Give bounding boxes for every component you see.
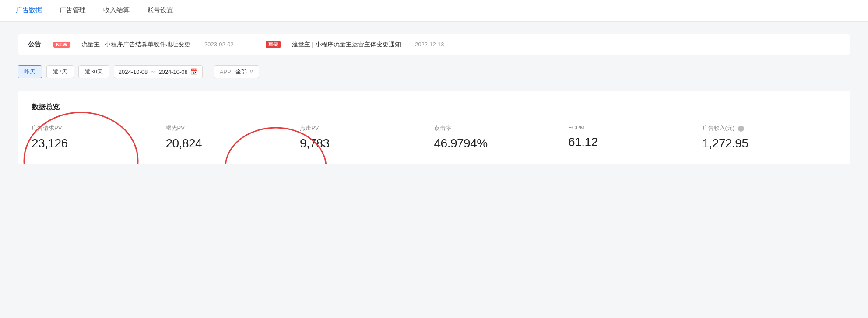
announcement-date-2: 2022-12-13	[415, 41, 444, 48]
date-separator: ～	[150, 68, 156, 76]
stat-value-3: 46.9794%	[434, 136, 562, 150]
stat-value-0: 23,126	[32, 136, 159, 150]
stat-value-1: 20,824	[166, 136, 293, 150]
stat-ad-request-pv: 广告请求PV 23,126	[32, 124, 166, 150]
stats-container: 数据总览 广告请求PV 23,126 曝光PV 20,824 点击PV 9,78…	[18, 91, 850, 164]
announcement-bar: 公告 NEW 流量主 | 小程序广告结算单收件地址变更 2023-02-02 重…	[18, 34, 850, 55]
nav-ad-management[interactable]: 广告管理	[58, 0, 88, 21]
badge-important: 重要	[266, 41, 281, 48]
stat-label-0: 广告请求PV	[32, 124, 159, 132]
announcement-label: 公告	[28, 40, 41, 49]
nav-account[interactable]: 账号设置	[145, 0, 175, 21]
stat-value-2: 9,783	[300, 136, 427, 150]
app-filter-value: 全部	[235, 68, 247, 76]
filter-row: 昨天 近7天 近30天 2024-10-08 ～ 2024-10-08 📅 AP…	[18, 65, 850, 78]
announcement-date-1: 2023-02-02	[204, 41, 234, 48]
filter-yesterday[interactable]: 昨天	[18, 65, 42, 78]
stat-label-2: 点击PV	[300, 124, 427, 132]
stat-label-5: 广告收入(元) i	[703, 124, 830, 132]
stat-click-pv: 点击PV 9,783	[300, 124, 434, 150]
badge-new: NEW	[53, 42, 70, 48]
announcement-text-2[interactable]: 流量主 | 小程序流量主运营主体变更通知	[292, 41, 401, 49]
stat-label-1: 曝光PV	[166, 124, 293, 132]
nav-ad-data[interactable]: 广告数据	[14, 0, 44, 21]
stat-impression-pv: 曝光PV 20,824	[166, 124, 300, 150]
app-filter-dropdown[interactable]: APP 全部 ∨	[214, 65, 259, 78]
nav-revenue[interactable]: 收入结算	[102, 0, 131, 21]
stat-ad-revenue: 广告收入(元) i 1,272.95	[703, 124, 837, 150]
filter-7days[interactable]: 近7天	[46, 65, 74, 78]
stat-ctr: 点击率 46.9794%	[434, 124, 569, 150]
stat-label-4: ECPM	[568, 124, 696, 131]
stat-value-4: 61.12	[568, 135, 696, 149]
top-navigation: 广告数据 广告管理 收入结算 账号设置	[0, 0, 868, 22]
stat-value-5: 1,272.95	[703, 136, 830, 150]
stat-label-3: 点击率	[434, 124, 562, 132]
stat-ecpm: ECPM 61.12	[568, 124, 703, 150]
announcement-text-1[interactable]: 流量主 | 小程序广告结算单收件地址变更	[81, 41, 190, 49]
stats-section-title: 数据总览	[32, 103, 836, 112]
info-icon[interactable]: i	[738, 126, 744, 132]
date-end: 2024-10-08	[158, 69, 188, 75]
announcement-divider	[250, 41, 250, 49]
date-range-picker[interactable]: 2024-10-08 ～ 2024-10-08 📅	[114, 65, 203, 78]
stats-grid: 广告请求PV 23,126 曝光PV 20,824 点击PV 9,783 点击率…	[32, 124, 836, 150]
date-start: 2024-10-08	[119, 69, 148, 75]
filter-30days[interactable]: 近30天	[78, 65, 109, 78]
main-content: 公告 NEW 流量主 | 小程序广告结算单收件地址变更 2023-02-02 重…	[0, 22, 868, 318]
app-filter-label: APP	[220, 69, 231, 75]
chevron-down-icon: ∨	[250, 69, 253, 75]
calendar-icon: 📅	[190, 68, 198, 75]
